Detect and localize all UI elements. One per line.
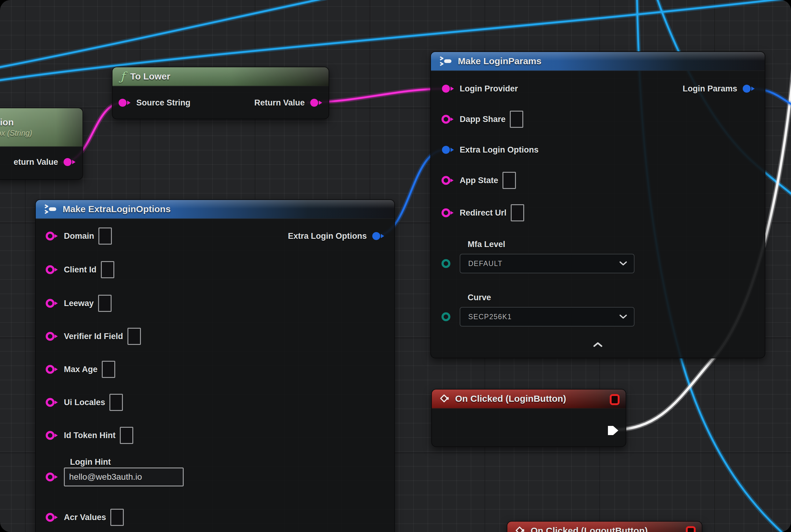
verifier-id-field-input-pin[interactable] <box>45 331 60 342</box>
pure-function-icon: ƒ <box>120 71 125 82</box>
node-title: On Clicked (LogoutButton) <box>530 526 648 532</box>
node-title: On Clicked (LoginButton) <box>455 394 566 404</box>
domain-value-box[interactable] <box>98 227 112 245</box>
verifier-id-field-value-box[interactable] <box>128 328 141 345</box>
dapp-share-label: Dapp Share <box>460 115 505 124</box>
source-string-label: Source String <box>136 98 190 108</box>
leeway-label: Leeway <box>64 299 94 308</box>
domain-input-pin[interactable] <box>45 230 60 242</box>
ui-locales-value-box[interactable] <box>110 394 123 411</box>
login-params-output-pin[interactable] <box>741 83 756 94</box>
blueprint-graph-canvas[interactable]: tion ox (String) eturn Value ƒ To Lower … <box>0 0 791 532</box>
curve-label: Curve <box>468 293 491 302</box>
app-state-value-box[interactable] <box>502 172 516 189</box>
exec-output-pin[interactable] <box>608 425 619 436</box>
node-on-clicked-logout-button[interactable]: On Clicked (LogoutButton) <box>507 521 702 532</box>
mfa-level-dropdown[interactable]: DEFAULT <box>460 254 635 273</box>
login-provider-label: Login Provider <box>460 84 518 94</box>
id-token-hint-value-box[interactable] <box>120 427 133 444</box>
node-partial-string-function[interactable]: tion ox (String) eturn Value <box>0 108 83 180</box>
extra-login-options-output-label: Extra Login Options <box>288 231 367 241</box>
verifier-id-field-label: Verifier Id Field <box>64 332 123 341</box>
leeway-input-pin[interactable] <box>45 298 60 309</box>
redirect-url-label: Redirect Url <box>460 208 506 218</box>
acr-values-label: Acr Values <box>64 513 106 522</box>
app-state-label: App State <box>460 176 498 185</box>
extra-login-options-output-pin[interactable] <box>371 230 386 242</box>
return-value-output-pin[interactable] <box>309 97 324 108</box>
chevron-down-icon <box>619 261 627 266</box>
node-title: Make LoginParams <box>458 56 541 66</box>
ui-locales-label: Ui Locales <box>64 398 105 407</box>
make-struct-icon <box>439 56 452 66</box>
event-bind-indicator <box>610 394 619 405</box>
return-value-output-label: eturn Value <box>14 157 58 167</box>
make-struct-icon <box>44 204 57 215</box>
curve-dropdown[interactable]: SECP256K1 <box>460 307 635 326</box>
leeway-value-box[interactable] <box>98 295 112 312</box>
node-to-lower[interactable]: ƒ To Lower Source String Return Value <box>112 66 329 119</box>
event-icon <box>515 526 525 532</box>
mfa-level-label: Mfa Level <box>468 240 505 249</box>
acr-values-value-box[interactable] <box>110 509 124 526</box>
app-state-input-pin[interactable] <box>441 175 456 186</box>
client-id-input-pin[interactable] <box>45 264 60 275</box>
id-token-hint-label: Id Token Hint <box>64 431 116 440</box>
id-token-hint-input-pin[interactable] <box>45 430 60 441</box>
client-id-label: Client Id <box>64 265 97 274</box>
event-bind-indicator <box>686 526 696 532</box>
login-params-output-label: Login Params <box>682 84 737 94</box>
node-title: Make ExtraLoginOptions <box>63 204 171 214</box>
node-title-fragment: tion <box>0 117 14 128</box>
redirect-url-input-pin[interactable] <box>441 207 456 218</box>
acr-values-input-pin[interactable] <box>45 512 60 523</box>
curve-value: SECP256K1 <box>468 313 512 321</box>
extra-login-options-label: Extra Login Options <box>460 145 539 155</box>
client-id-value-box[interactable] <box>101 261 114 278</box>
login-hint-input-pin[interactable] <box>45 472 60 482</box>
curve-input-pin[interactable] <box>441 311 456 322</box>
dapp-share-input-pin[interactable] <box>441 114 456 125</box>
login-provider-input-pin[interactable] <box>441 83 456 94</box>
max-age-value-box[interactable] <box>102 361 115 378</box>
node-make-extra-login-options[interactable]: Make ExtraLoginOptions Extra Login Optio… <box>35 200 395 532</box>
extra-login-options-input-pin[interactable] <box>441 144 456 155</box>
event-icon <box>440 394 449 403</box>
redirect-url-value-box[interactable] <box>511 204 524 221</box>
string-output-pin[interactable] <box>62 156 77 168</box>
collapse-node-chevron-icon[interactable] <box>593 342 602 347</box>
node-on-clicked-login-button[interactable]: On Clicked (LoginButton) <box>431 389 626 447</box>
dapp-share-value-box[interactable] <box>510 111 523 128</box>
login-hint-label: Login Hint <box>70 457 111 467</box>
node-subtitle-fragment: ox (String) <box>0 129 32 138</box>
node-title: To Lower <box>130 71 170 82</box>
return-value-label: Return Value <box>254 98 305 108</box>
chevron-down-icon <box>619 314 627 319</box>
node-make-login-params[interactable]: Make LoginParams Login Provider Login Pa… <box>430 51 765 358</box>
max-age-label: Max Age <box>64 365 97 374</box>
login-hint-text-input[interactable] <box>64 468 184 487</box>
max-age-input-pin[interactable] <box>45 364 60 375</box>
ui-locales-input-pin[interactable] <box>45 397 60 408</box>
source-string-input-pin[interactable] <box>117 97 132 108</box>
mfa-level-value: DEFAULT <box>468 260 502 268</box>
domain-label: Domain <box>64 231 94 241</box>
mfa-level-input-pin[interactable] <box>441 258 456 269</box>
